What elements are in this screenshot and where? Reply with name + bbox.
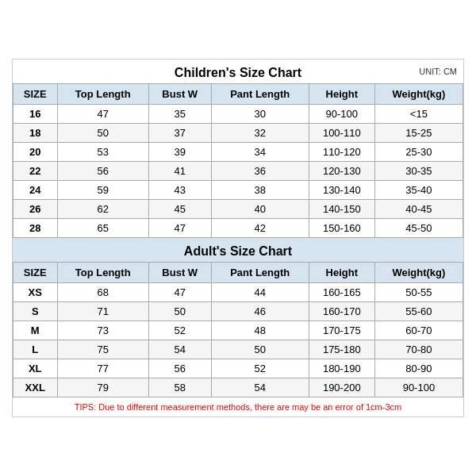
table-row: 1647353090-100<15 [13, 105, 463, 124]
table-cell: 175-180 [309, 340, 374, 359]
table-cell: 38 [211, 181, 309, 200]
table-cell: 79 [57, 378, 148, 397]
table-cell: 190-200 [309, 378, 374, 397]
adult-col-bust-w: Bust W [148, 263, 211, 283]
table-cell: 55-60 [374, 302, 463, 321]
table-row: 26624540140-15040-45 [13, 200, 463, 219]
table-cell: 160-165 [309, 283, 374, 302]
table-cell: 50-55 [374, 283, 463, 302]
table-cell: 46 [211, 302, 309, 321]
table-cell: 39 [148, 143, 211, 162]
table-cell: 71 [57, 302, 148, 321]
table-cell: 53 [57, 143, 148, 162]
adults-header-row: SIZE Top Length Bust W Pant Length Heigh… [13, 263, 463, 283]
table-cell: 36 [211, 162, 309, 181]
table-row: 20533934110-12025-30 [13, 143, 463, 162]
table-cell: M [13, 321, 58, 340]
table-cell: 45 [148, 200, 211, 219]
table-cell: 42 [211, 219, 309, 238]
adult-col-weight: Weight(kg) [374, 263, 463, 283]
table-cell: 35-40 [374, 181, 463, 200]
table-cell: 48 [211, 321, 309, 340]
unit-label: UNIT: CM [419, 67, 457, 76]
table-cell: 18 [13, 124, 58, 143]
table-row: XL775652180-19080-90 [13, 359, 463, 378]
table-cell: 50 [211, 340, 309, 359]
table-cell: 35 [148, 105, 211, 124]
col-weight: Weight(kg) [374, 84, 463, 105]
table-cell: XS [13, 283, 58, 302]
table-cell: 30 [211, 105, 309, 124]
table-cell: 40-45 [374, 200, 463, 219]
table-cell: 25-30 [374, 143, 463, 162]
table-cell: 50 [57, 124, 148, 143]
table-cell: 59 [57, 181, 148, 200]
adult-col-height: Height [309, 263, 374, 283]
table-cell: 160-170 [309, 302, 374, 321]
table-row: 18503732100-11015-25 [13, 124, 463, 143]
table-cell: 54 [148, 340, 211, 359]
table-cell: 34 [211, 143, 309, 162]
table-row: M735248170-17560-70 [13, 321, 463, 340]
table-cell: 47 [148, 283, 211, 302]
table-cell: 80-90 [374, 359, 463, 378]
adults-section-title: Adult's Size Chart [13, 238, 463, 262]
table-cell: L [13, 340, 58, 359]
table-cell: 37 [148, 124, 211, 143]
table-cell: 62 [57, 200, 148, 219]
adults-title-text: Adult's Size Chart [184, 244, 292, 258]
table-cell: S [13, 302, 58, 321]
col-pant-length: Pant Length [211, 84, 309, 105]
table-cell: 120-130 [309, 162, 374, 181]
table-cell: 130-140 [309, 181, 374, 200]
table-cell: 90-100 [309, 105, 374, 124]
table-cell: 30-35 [374, 162, 463, 181]
table-cell: 43 [148, 181, 211, 200]
table-cell: 40 [211, 200, 309, 219]
table-cell: 140-150 [309, 200, 374, 219]
table-row: 22564136120-13030-35 [13, 162, 463, 181]
adult-col-size: SIZE [13, 263, 58, 283]
col-size: SIZE [13, 84, 58, 105]
table-cell: 24 [13, 181, 58, 200]
table-cell: 28 [13, 219, 58, 238]
table-cell: XXL [13, 378, 58, 397]
table-cell: 100-110 [309, 124, 374, 143]
children-size-table: SIZE Top Length Bust W Pant Length Heigh… [13, 83, 463, 238]
table-cell: 44 [211, 283, 309, 302]
table-cell: 180-190 [309, 359, 374, 378]
table-cell: 56 [148, 359, 211, 378]
table-cell: 22 [13, 162, 58, 181]
table-row: S715046160-17055-60 [13, 302, 463, 321]
tips-text: TIPS: Due to different measurement metho… [13, 397, 463, 416]
table-cell: 70-80 [374, 340, 463, 359]
table-cell: 150-160 [309, 219, 374, 238]
table-cell: 20 [13, 143, 58, 162]
table-row: 28654742150-16045-50 [13, 219, 463, 238]
table-cell: 65 [57, 219, 148, 238]
col-top-length: Top Length [57, 84, 148, 105]
table-row: XS684744160-16550-55 [13, 283, 463, 302]
adults-size-table: SIZE Top Length Bust W Pant Length Heigh… [13, 262, 463, 397]
table-cell: 41 [148, 162, 211, 181]
table-cell: XL [13, 359, 58, 378]
table-cell: 110-120 [309, 143, 374, 162]
table-cell: 73 [57, 321, 148, 340]
table-cell: 77 [57, 359, 148, 378]
table-cell: 47 [148, 219, 211, 238]
table-cell: 60-70 [374, 321, 463, 340]
size-chart-container: Children's Size Chart UNIT: CM SIZE Top … [12, 59, 464, 417]
table-cell: 58 [148, 378, 211, 397]
adult-col-top-length: Top Length [57, 263, 148, 283]
children-header-row: SIZE Top Length Bust W Pant Length Heigh… [13, 84, 463, 105]
table-cell: 47 [57, 105, 148, 124]
adult-col-pant-length: Pant Length [211, 263, 309, 283]
table-cell: 26 [13, 200, 58, 219]
table-cell: 52 [211, 359, 309, 378]
table-cell: 75 [57, 340, 148, 359]
table-cell: 16 [13, 105, 58, 124]
children-section-title: Children's Size Chart UNIT: CM [13, 60, 463, 83]
children-title-text: Children's Size Chart [175, 66, 301, 79]
table-cell: 68 [57, 283, 148, 302]
table-cell: 50 [148, 302, 211, 321]
